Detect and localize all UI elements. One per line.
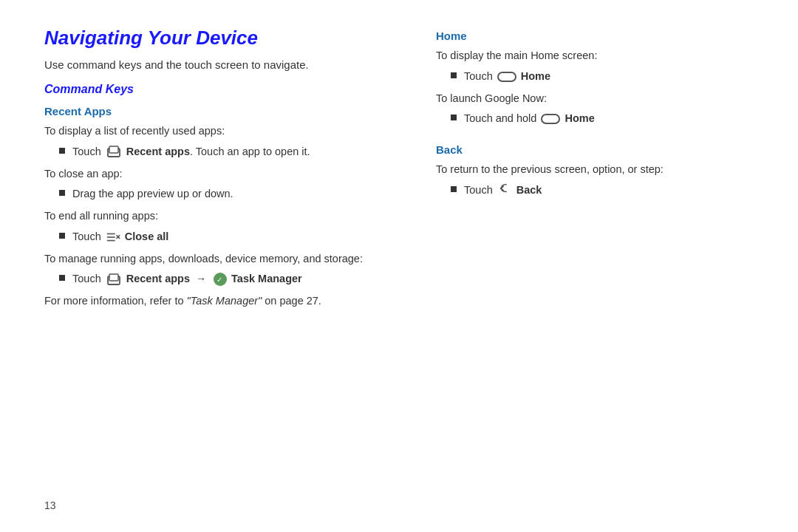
end-all-lead: To end all running apps: [44,208,406,225]
page-container: Navigating Your Device Use command keys … [0,0,798,532]
back-bold: Back [516,184,542,196]
arrow-icon: → [196,271,206,287]
touch-hold-label: Touch and hold [464,112,536,124]
back-section: Back To return to the previous screen, o… [436,143,754,200]
bullet-back-text: Touch Back [464,183,754,200]
task-manager-icon [214,273,227,286]
page-number: 13 [44,499,56,511]
back-heading: Back [436,143,754,156]
intro-text: Use command keys and the touch screen to… [44,58,406,71]
bullet-home-touch: Touch Home [451,69,754,85]
back-icon [497,183,512,200]
touch-label-3: Touch [72,273,101,284]
recent-apps-heading: Recent Apps [44,105,406,117]
bullet-recent-apps-open-text: Touch Recent apps. Touch an app to open … [72,144,406,160]
home-display-lead: To display the main Home screen: [436,48,754,64]
home-bold-2: Home [565,112,594,124]
bullet-close-all-text: Touch Close all [72,229,406,245]
recent-apps-icon [106,146,122,158]
manage-apps-lead: To manage running apps, downloads, devic… [44,251,406,267]
bullet-drag: Drag the app preview up or down. [59,186,406,202]
recent-apps-rest: . Touch an app to open it. [190,146,310,157]
bullet-square-icon [59,148,65,154]
home-icon-1 [497,72,516,82]
close-app-lead: To close an app: [44,166,406,183]
touch-label: Touch [72,146,101,157]
bullet-home-hold-text: Touch and hold Home [464,111,754,127]
display-list-lead: To display a list of recently used apps: [44,123,406,140]
close-all-bold: Close all [125,231,169,242]
home-heading: Home [436,30,754,42]
bullet-square-back [451,186,457,192]
touch-label-2: Touch [72,231,101,242]
back-lead: To return to the previous screen, option… [436,162,754,178]
google-now-lead: To launch Google Now: [436,91,754,107]
footer-text: For more information, refer to "Task Man… [44,293,406,310]
touch-back-label: Touch [464,184,493,196]
bullet-recent-apps-open: Touch Recent apps. Touch an app to open … [59,144,406,160]
svg-rect-8 [109,274,118,281]
right-column: Home To display the main Home screen: To… [436,27,754,510]
touch-home-label: Touch [464,70,493,82]
recent-apps-icon-2 [106,273,122,286]
page-title: Navigating Your Device [44,27,406,50]
command-keys-heading: Command Keys [44,83,406,96]
bullet-task-manager-text: Touch Recent apps → Task Manager [72,271,406,287]
left-column: Navigating Your Device Use command keys … [44,27,406,510]
home-section: Home To display the main Home screen: To… [436,30,754,127]
bullet-square-home-2 [451,115,457,120]
home-icon-2 [541,114,560,124]
task-manager-bold: Task Manager [231,273,302,284]
bullet-close-all: Touch Close all [59,229,406,245]
bullet-task-manager: Touch Recent apps → Task Manager [59,271,406,287]
bullet-back-touch: Touch Back [451,183,754,200]
bullet-square-icon-3 [59,233,65,239]
close-all-icon [106,231,120,244]
svg-rect-1 [109,146,118,153]
recent-apps-bold: Recent apps [126,146,190,157]
bullet-square-home-1 [451,72,457,78]
bullet-home-hold: Touch and hold Home [451,111,754,127]
recent-apps-bold-2: Recent apps [126,273,190,284]
bullet-home-touch-text: Touch Home [464,69,754,85]
home-bold-1: Home [521,70,550,82]
bullet-square-icon-4 [59,275,65,281]
bullet-drag-text: Drag the app preview up or down. [72,186,406,202]
bullet-square-icon-2 [59,190,65,196]
